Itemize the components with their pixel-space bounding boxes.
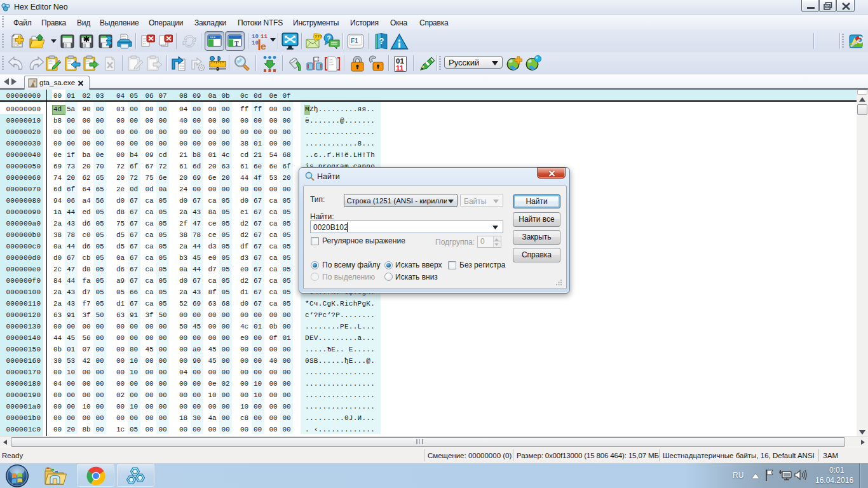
svg-text:10: 10 bbox=[252, 34, 259, 40]
svg-text:11: 11 bbox=[261, 34, 268, 40]
svg-text:10: 10 bbox=[252, 40, 259, 46]
svg-text:DEF: DEF bbox=[122, 37, 127, 40]
svg-text:NTF: NTF bbox=[329, 64, 333, 66]
svg-text:01: 01 bbox=[396, 57, 404, 65]
svg-text:NT: NT bbox=[143, 43, 146, 45]
svg-text:F1: F1 bbox=[351, 37, 358, 44]
svg-text:T: T bbox=[234, 40, 239, 47]
svg-text:DEF: DEF bbox=[49, 62, 53, 65]
svg-text:11: 11 bbox=[396, 64, 404, 72]
svg-text:DEF: DEF bbox=[68, 62, 72, 65]
svg-text:?: ? bbox=[379, 36, 384, 46]
svg-text:NTF: NTF bbox=[180, 67, 184, 70]
svg-text:e: e bbox=[261, 42, 266, 51]
svg-text:NTFC: NTFC bbox=[13, 44, 20, 47]
svg-text:???: ??? bbox=[315, 34, 322, 39]
